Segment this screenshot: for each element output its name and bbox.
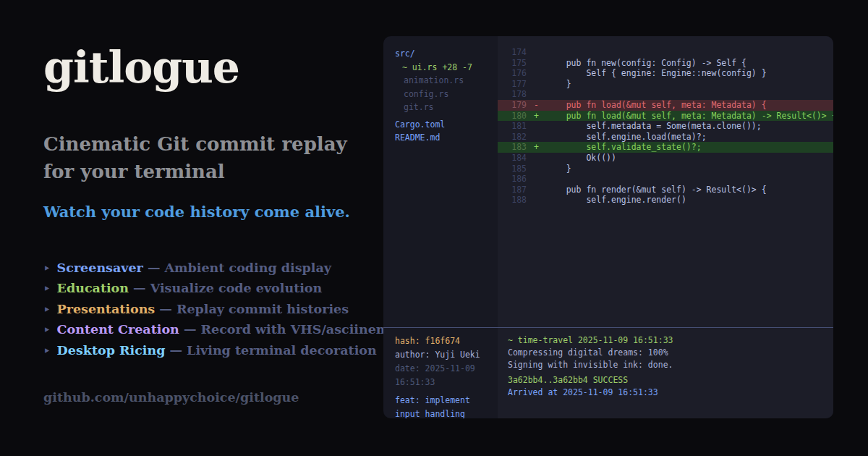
code-line: 187 pub fn render(&mut self) -> Result<(… [498, 185, 833, 195]
code-text: pub fn load(&mut self, meta: Metadata) -… [546, 111, 833, 122]
terminal-panel: src/ ~ ui.rs +28 -7 animation.rsconfig.r… [383, 36, 833, 418]
diff-marker [527, 153, 546, 164]
tagline-line-2: for your terminal [43, 161, 225, 182]
feature-desc: — Living terminal decoration [165, 343, 376, 358]
bullet-icon: ‣ [43, 282, 51, 295]
code-text: pub fn render(&mut self) -> Result<()> { [546, 185, 767, 195]
code-text: self.validate_state()?; [546, 142, 702, 153]
line-number: 187 [498, 185, 527, 195]
diff-marker: - [527, 100, 546, 111]
tree-root-item[interactable]: README.md [395, 131, 495, 145]
code-line: 176 Self { engine: Engine::new(config) } [498, 68, 833, 79]
diff-marker [527, 79, 546, 90]
feature-desc: — Record with VHS/asciinema [179, 322, 398, 337]
code-text: self.engine.render() [546, 195, 686, 206]
tree-file-item[interactable]: git.rs [395, 101, 495, 114]
code-line: 186 [498, 174, 833, 185]
feature-item: ‣Desktop Ricing — Living terminal decora… [43, 341, 376, 361]
code-line: 174 [498, 47, 833, 58]
diff-marker: + [527, 111, 546, 122]
code-line: 182 self.engine.load(meta)?; [498, 132, 833, 143]
diff-marker [527, 132, 546, 143]
feature-term: Presentations [57, 302, 156, 316]
code-text: self.metadata = Some(meta.clone()); [546, 121, 762, 132]
line-number: 176 [498, 68, 527, 79]
feature-item: ‣Education — Visualize code evolution [43, 279, 376, 299]
commit-date-line-1: date: 2025-11-09 [395, 362, 495, 376]
hero-section: gitlogue Cinematic Git commit replay for… [43, 0, 376, 405]
bullet-icon: ‣ [43, 345, 51, 358]
feature-desc: — Visualize code evolution [129, 281, 322, 295]
tree-file-item[interactable]: config.rs [395, 88, 495, 101]
code-viewer: 174175 pub fn new(config: Config) -> Sel… [498, 36, 833, 327]
code-line: 185 } [498, 164, 833, 174]
diff-marker [527, 185, 546, 195]
line-number: 178 [498, 89, 527, 100]
log-progress: Compressing digital dreams: 100% [508, 347, 831, 359]
diff-marker [527, 121, 546, 132]
feature-item: ‣Screensaver — Ambient coding display [43, 258, 376, 279]
line-number: 181 [498, 121, 527, 132]
log-arrived: Arrived at 2025-11-09 16:51:33 [508, 387, 831, 399]
code-text: } [546, 164, 571, 174]
commit-hash: hash: f16f674 [395, 334, 495, 348]
line-number: 186 [498, 174, 527, 185]
code-line: 177 } [498, 79, 833, 90]
code-text: } [546, 79, 571, 90]
code-line: 181 self.metadata = Some(meta.clone()); [498, 121, 833, 132]
app-title: gitlogue [43, 43, 376, 91]
bullet-icon: ‣ [43, 324, 51, 337]
tagline: Cinematic Git commit replay for your ter… [43, 130, 376, 185]
code-text: Self { engine: Engine::new(config) } [546, 68, 767, 79]
replay-log-panel: ~ time-travel 2025-11-09 16:51:33 Compre… [498, 327, 833, 418]
feature-list: ‣Screensaver — Ambient coding display‣Ed… [43, 258, 376, 361]
log-result: 3a62bb4..3a62bb4 SUCCESS [508, 374, 831, 387]
code-text: pub fn new(config: Config) -> Self { [546, 58, 746, 69]
commit-message-line-2: input handling [395, 408, 495, 418]
bullet-icon: ‣ [43, 262, 51, 275]
diff-marker: + [527, 142, 546, 153]
log-time-travel: ~ time-travel 2025-11-09 16:51:33 [508, 334, 831, 347]
feature-term: Screensaver [57, 261, 143, 275]
code-line: 178 [498, 89, 833, 100]
code-line: 180+ pub fn load(&mut self, meta: Metada… [498, 111, 833, 122]
code-text: pub fn load(&mut self, meta: Metadata) { [546, 100, 767, 111]
line-number: 180 [498, 111, 527, 122]
tagline-line-1: Cinematic Git commit replay [43, 133, 347, 155]
commit-info-panel: hash: f16f674 author: Yuji Ueki date: 20… [383, 327, 498, 418]
commit-message-line-1: feat: implement [395, 394, 495, 408]
hook-text: Watch your code history come alive. [43, 203, 376, 221]
line-number: 182 [498, 132, 527, 143]
tree-root-item[interactable]: Cargo.toml [395, 118, 495, 132]
diff-marker [527, 174, 546, 185]
diff-marker [527, 47, 546, 58]
bullet-icon: ‣ [43, 303, 51, 316]
commit-author: author: Yuji Ueki [395, 348, 495, 362]
tree-file-item[interactable]: animation.rs [395, 74, 495, 88]
line-number: 175 [498, 58, 527, 69]
tree-active-file[interactable]: ~ ui.rs +28 -7 [395, 61, 495, 75]
feature-term: Education [57, 281, 129, 295]
commit-date-line-2: 16:51:33 [395, 376, 495, 389]
line-number: 183 [498, 142, 527, 153]
code-line: 183+ self.validate_state()?; [498, 142, 833, 153]
feature-desc: — Ambient coding display [143, 261, 331, 275]
code-line: 179- pub fn load(&mut self, meta: Metada… [498, 100, 833, 111]
line-number: 185 [498, 164, 527, 174]
code-line: 175 pub fn new(config: Config) -> Self { [498, 58, 833, 69]
log-signing: Signing with invisible ink: done. [508, 359, 831, 371]
line-number: 184 [498, 153, 527, 164]
tree-root-group: Cargo.tomlREADME.md [395, 118, 495, 145]
file-tree: src/ ~ ui.rs +28 -7 animation.rsconfig.r… [383, 36, 498, 327]
code-line: 188 self.engine.render() [498, 195, 833, 206]
line-number: 188 [498, 195, 527, 206]
feature-item: ‣Content Creation — Record with VHS/asci… [43, 320, 376, 340]
code-text: Ok(()) [546, 153, 616, 164]
diff-marker [527, 58, 546, 69]
feature-term: Desktop Ricing [57, 343, 166, 358]
line-number: 174 [498, 47, 527, 58]
line-number: 179 [498, 100, 527, 111]
diff-marker [527, 195, 546, 206]
tree-folder-src[interactable]: src/ [395, 47, 495, 61]
github-url[interactable]: github.com/unhappychoice/gitlogue [43, 390, 376, 405]
